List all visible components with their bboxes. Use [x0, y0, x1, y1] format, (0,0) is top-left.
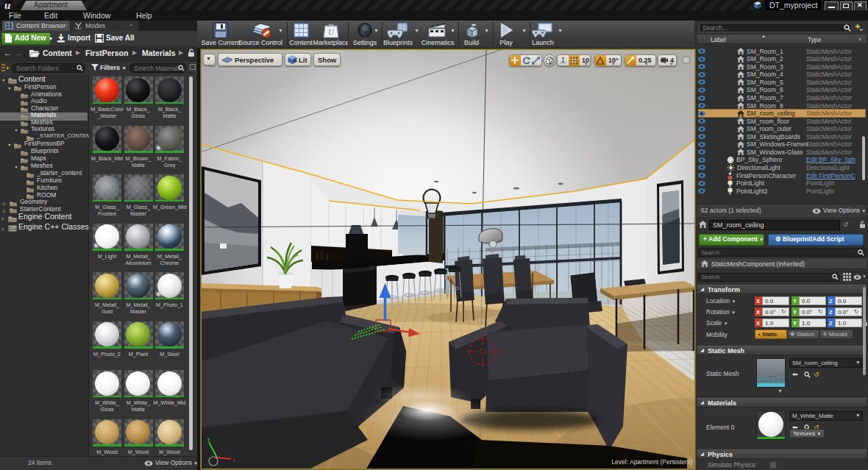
svg-text:u: u: [4, 0, 10, 10]
svg-text:y: y: [207, 436, 210, 442]
svg-text:x: x: [232, 457, 235, 463]
svg-text:C++: C++: [9, 227, 16, 231]
svg-text:U: U: [328, 27, 335, 36]
svg-text:Level: Apartment (Persistent): Level: Apartment (Persistent): [611, 458, 692, 466]
